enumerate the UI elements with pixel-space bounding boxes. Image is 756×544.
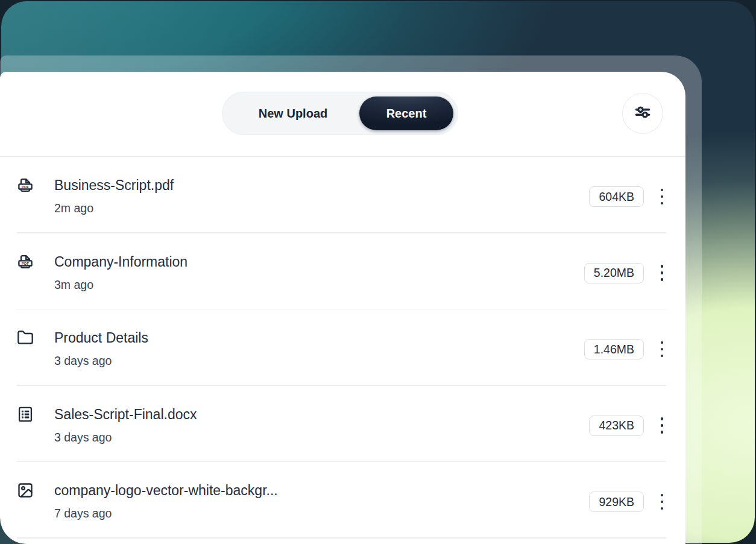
tab-switcher: New Upload Recent: [222, 92, 458, 135]
file-row[interactable]: PDF Business-Script.pdf 2m ago 604KB: [0, 157, 685, 233]
file-name: Product Details: [54, 327, 148, 348]
file-size-badge: 423KB: [589, 416, 644, 436]
kebab-icon: [661, 265, 664, 281]
file-time: 7 days ago: [54, 505, 112, 522]
tab-new-upload[interactable]: New Upload: [227, 96, 359, 130]
kebab-icon: [661, 494, 664, 510]
file-name: company-logo-vector-white-backgr...: [54, 480, 278, 501]
kebab-menu-button[interactable]: [655, 414, 669, 438]
filter-button[interactable]: [622, 93, 663, 134]
file-size-badge: 1.46MB: [584, 339, 644, 359]
file-time: 2m ago: [54, 200, 93, 217]
sliders-icon: [632, 102, 653, 125]
screen: New Upload Recent PDF Bu: [0, 0, 756, 544]
file-row[interactable]: Product Details 3 days ago 1.46MB: [0, 309, 685, 386]
kebab-icon: [661, 341, 664, 358]
image-icon: [17, 482, 34, 499]
file-row[interactable]: Sales-Script-Final.docx 3 days ago 423KB: [0, 386, 685, 463]
file-row[interactable]: company-logo-vector-white-backgr... 7 da…: [0, 462, 685, 539]
svg-text:PDF: PDF: [22, 261, 30, 265]
kebab-menu-button[interactable]: [655, 185, 669, 209]
doc-list-icon: [17, 406, 34, 423]
folder-icon: [17, 329, 34, 346]
pdf-icon: PDF: [17, 177, 34, 194]
file-time: 3 days ago: [54, 429, 112, 446]
kebab-menu-button[interactable]: [655, 490, 669, 514]
file-size-badge: 5.20MB: [584, 263, 644, 283]
card-header: New Upload Recent: [0, 72, 685, 157]
tab-recent[interactable]: Recent: [359, 96, 453, 130]
kebab-menu-button[interactable]: [655, 261, 669, 285]
file-size-badge: 929KB: [589, 492, 644, 512]
file-row[interactable]: PDF Company-Information 3m ago 5.20MB: [0, 233, 685, 310]
file-name: Company-Information: [54, 251, 187, 272]
pdf-icon: PDF: [17, 253, 34, 270]
file-time: 3 days ago: [54, 352, 112, 369]
kebab-menu-button[interactable]: [655, 337, 669, 361]
file-time: 3m ago: [54, 276, 93, 293]
file-name: Sales-Script-Final.docx: [54, 404, 197, 425]
file-manager-card: New Upload Recent PDF Bu: [0, 72, 685, 544]
file-name: Business-Script.pdf: [54, 175, 174, 195]
kebab-icon: [661, 189, 664, 205]
svg-text:PDF: PDF: [22, 185, 30, 189]
file-list: PDF Business-Script.pdf 2m ago 604KB PDF…: [0, 157, 685, 539]
file-size-badge: 604KB: [589, 186, 644, 207]
kebab-icon: [661, 417, 664, 434]
